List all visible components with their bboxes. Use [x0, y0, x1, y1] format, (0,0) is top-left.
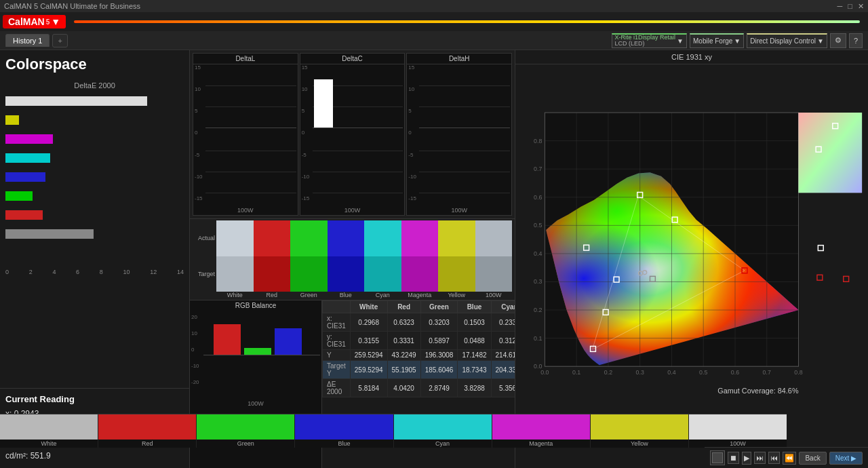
- bottom-swatch-red[interactable]: Red: [98, 414, 197, 448]
- deltaH-body: 151050-5-10-15 100W: [407, 64, 511, 215]
- bottom-swatch-green-color: [197, 414, 294, 440]
- bottom-swatch-blue[interactable]: Blue: [295, 414, 393, 448]
- bottom-swatch-red-color: [98, 414, 196, 440]
- colorspace-title: Colorspace: [5, 56, 184, 73]
- svg-text:0.3: 0.3: [534, 278, 542, 285]
- calman-logo[interactable]: CalMAN 5 ▼: [3, 15, 66, 28]
- bottom-swatch-cyan[interactable]: Cyan: [394, 414, 492, 448]
- swatch-target: [364, 256, 401, 292]
- title-bar: CalMAN 5 CalMAN Ultimate for Business ─ …: [0, 0, 868, 12]
- rgb-x-label: 100W: [190, 399, 321, 408]
- swatch-col-label: Magenta: [401, 292, 439, 298]
- table-row-label: y: CIE31: [323, 332, 351, 350]
- bottom-swatch-red-label: Red: [141, 440, 154, 448]
- bottom-swatch-100w[interactable]: 100W: [689, 414, 787, 448]
- data-table: WhiteRedGreenBlueCyanMagentaYellow100Wx:…: [322, 300, 515, 397]
- xrite-label-bot: LCD (LED): [615, 41, 676, 47]
- bar-fill: [5, 210, 43, 220]
- bottom-swatch-green[interactable]: Green: [197, 414, 295, 448]
- direct-display-dropdown[interactable]: Direct Display Control ▼: [747, 33, 827, 48]
- swatch-col-label: Red: [254, 292, 291, 298]
- direct-display-label: Direct Display Control: [750, 37, 816, 45]
- grid-line-zero: [313, 128, 403, 128]
- bottom-swatch-cyan-label: Cyan: [435, 440, 450, 448]
- deltae-section: DeltaE 2000 02468101214: [0, 81, 189, 388]
- back-btn[interactable]: Back: [799, 452, 826, 465]
- help-btn[interactable]: ?: [849, 33, 863, 48]
- swatches-section: Actual Target WhiteRedGreenBlueCyanMagen…: [190, 218, 515, 300]
- svg-text:Gamut Coverage:  84.6%: Gamut Coverage: 84.6%: [717, 387, 799, 395]
- table-cell: 3.8288: [458, 379, 491, 397]
- cie-container: 0.00.10.20.30.40.50.60.70.80.00.10.20.30…: [515, 64, 868, 468]
- bar-row: [5, 111, 184, 129]
- bottom-swatch-yellow[interactable]: Yellow: [591, 414, 689, 448]
- colorspace-header: Colorspace: [0, 50, 189, 81]
- calman-logo-text: CalMAN: [8, 16, 45, 27]
- svg-text:0.2: 0.2: [534, 307, 542, 313]
- bar-fill: [5, 96, 147, 106]
- swatch-col-label: Yellow: [438, 292, 475, 298]
- svg-text:0.1: 0.1: [572, 369, 580, 376]
- swatch-col: [290, 220, 328, 292]
- deltaC-body: 151050-5-10-15 100W: [300, 64, 405, 215]
- rgb-zero-line: [203, 355, 320, 355]
- window-title: CalMAN 5 CalMAN Ultimate for Business: [4, 2, 140, 10]
- deltaC-x-label: 100W: [344, 207, 361, 214]
- bottom-swatch-magenta-label: Magenta: [528, 440, 553, 448]
- table-cell: 0.2330: [491, 313, 515, 332]
- svg-text:0.0: 0.0: [540, 369, 549, 376]
- table-header: Red: [387, 301, 420, 313]
- table-cell: 0.2968: [350, 313, 387, 332]
- grid-line: [205, 106, 296, 107]
- nav-bottom: ⏹ ▶ ⏭ ⏮ ⏪ Back Next ▶: [705, 447, 868, 468]
- bar-row: [5, 206, 184, 224]
- play-btn[interactable]: ▶: [742, 452, 751, 465]
- cie-header: CIE 1931 xy: [515, 50, 868, 64]
- grid-line: [205, 151, 296, 151]
- tab-history1[interactable]: History 1: [5, 34, 50, 47]
- calman-dropdown-arrow[interactable]: ▼: [51, 16, 60, 27]
- swatch-col-label: Cyan: [364, 292, 401, 298]
- bottom-swatch-blue-label: Blue: [337, 440, 351, 448]
- bottom-swatch-cyan-color: [394, 414, 492, 440]
- next-btn[interactable]: Next ▶: [829, 452, 863, 465]
- back-skip-btn[interactable]: ⏮: [768, 452, 780, 464]
- tab-history1-label: History 1: [13, 37, 42, 45]
- swatch-target: [328, 256, 365, 292]
- skip-btn[interactable]: ⏭: [754, 452, 766, 464]
- swatch-col-label: 100W: [475, 292, 513, 298]
- swatch-label-col: Actual Target: [193, 220, 216, 292]
- rgb-y-labels: 20100-10-20: [191, 314, 199, 385]
- table-cell: 4.0420: [387, 379, 420, 397]
- bottom-swatch-magenta-color: [492, 414, 590, 440]
- bar-row: [5, 130, 184, 148]
- bottom-swatch-magenta[interactable]: Magenta: [492, 414, 591, 448]
- table-cell: 17.1482: [458, 350, 491, 361]
- swatch-actual: [216, 220, 254, 256]
- maximize-btn[interactable]: □: [848, 2, 852, 11]
- settings-btn[interactable]: ⚙: [830, 33, 846, 48]
- deltaL-y-labels: 151050-5-10-15: [195, 64, 203, 201]
- xrite-dropdown[interactable]: X-Rite i1Display Retail LCD (LED) ▼: [612, 33, 687, 48]
- svg-text:0.3: 0.3: [636, 369, 644, 376]
- bottom-swatch-white[interactable]: White: [0, 414, 98, 448]
- table-cell: 0.0488: [458, 332, 491, 350]
- minimize-btn[interactable]: ─: [837, 2, 843, 11]
- capture-btn[interactable]: [710, 450, 725, 465]
- grid-line: [205, 85, 296, 86]
- rgb-red-bar: [214, 324, 241, 355]
- table-cell: 0.1503: [458, 313, 491, 332]
- table-row-label: Y: [323, 350, 351, 361]
- stop-btn[interactable]: ⏹: [728, 452, 739, 464]
- rewind-btn[interactable]: ⏪: [783, 452, 796, 465]
- table-cell: 5.8184: [350, 379, 387, 397]
- swatch-col: [401, 220, 439, 292]
- main-content: Colorspace DeltaE 2000 02468101214 Curre…: [0, 50, 868, 468]
- bar-fill: [5, 134, 53, 144]
- tab-add-btn[interactable]: +: [52, 34, 67, 47]
- close-btn[interactable]: ✕: [858, 2, 864, 11]
- svg-text:0.1: 0.1: [534, 335, 542, 342]
- toolbar-right: X-Rite i1Display Retail LCD (LED) ▼ Mobi…: [612, 33, 863, 48]
- mobile-forge-dropdown[interactable]: Mobile Forge ▼: [690, 33, 744, 48]
- table-row-label: Target Y: [323, 361, 351, 379]
